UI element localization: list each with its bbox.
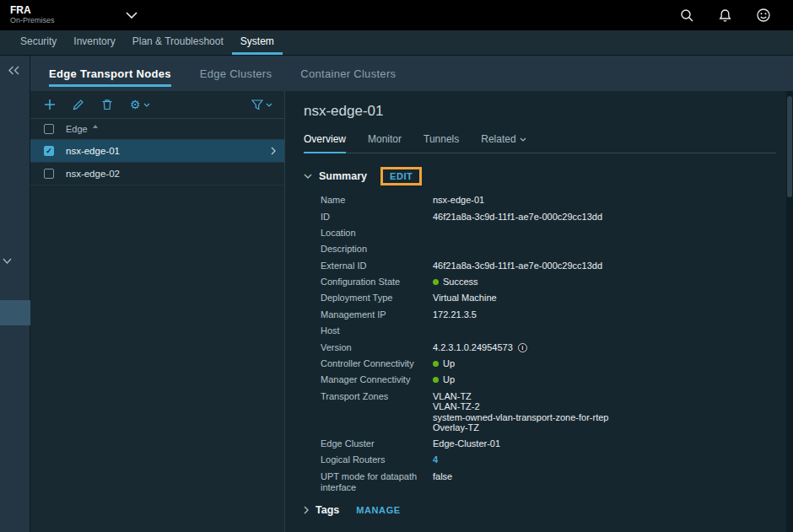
main-column: Edge Transport Nodes Edge Clusters Conta… <box>30 56 793 532</box>
info-icon[interactable]: i <box>518 343 527 352</box>
tab-monitor[interactable]: Monitor <box>368 133 402 153</box>
summary-section-header: Summary EDIT <box>304 167 776 185</box>
status-badge: Up <box>443 374 455 385</box>
field-controller-connectivity: Controller Connectivity Up <box>321 356 776 372</box>
tab-edge-clusters[interactable]: Edge Clusters <box>200 67 272 80</box>
edge-list-panel: ⚙ Edge <box>30 91 285 532</box>
detail-panel: nsx-edge-01 Overview Monitor Tunnels Rel… <box>285 91 786 532</box>
field-transport-zones: Transport Zones VLAN-TZ VLAN-TZ-2 system… <box>321 389 776 436</box>
page-title: nsx-edge-01 <box>304 103 776 120</box>
field-host: Host <box>321 323 776 339</box>
site-chevron-down-icon[interactable] <box>126 12 138 19</box>
rail-selected-item[interactable] <box>0 300 30 325</box>
field-manager-connectivity: Manager Connectivity Up <box>321 372 776 388</box>
workspace: Edge Transport Nodes Edge Clusters Conta… <box>0 56 793 532</box>
related-chevron-down-icon <box>520 137 526 142</box>
tags-section-header: Tags MANAGE <box>304 504 776 516</box>
field-configuration-state: Configuration State Success <box>321 274 776 290</box>
smiley-icon[interactable] <box>756 8 771 23</box>
field-upt-mode: UPT mode for datapath interface false <box>321 469 776 496</box>
edge-node-name: nsx-edge-02 <box>66 169 120 179</box>
tab-related[interactable]: Related <box>481 133 526 153</box>
search-icon[interactable] <box>680 8 694 23</box>
left-nav-rail <box>0 56 30 532</box>
list-toolbar: ⚙ <box>30 91 284 118</box>
edit-button[interactable]: EDIT <box>390 171 413 181</box>
tab-edge-transport-nodes[interactable]: Edge Transport Nodes <box>49 67 171 80</box>
top-bar: FRA On-Premises <box>0 0 793 30</box>
rail-chevron-down-icon[interactable] <box>3 258 12 264</box>
transport-zone: VLAN-TZ-2 <box>433 401 608 412</box>
add-icon[interactable] <box>44 99 56 110</box>
tags-chevron-right-icon[interactable] <box>304 506 309 514</box>
list-header-row: Edge <box>30 118 284 140</box>
field-id: ID 46f21a8a-3c9d-11f1-ae7e-000c29cc13dd <box>321 208 776 224</box>
annotation-highlight: EDIT <box>380 167 422 185</box>
settings-chevron-down-icon <box>143 103 150 107</box>
main-nav: Security Inventory Plan & Troubleshoot S… <box>0 30 793 56</box>
summary-heading: Summary <box>319 170 367 182</box>
collapse-panel-icon[interactable] <box>8 66 19 75</box>
field-location: Location <box>321 225 776 241</box>
nav-tab-security[interactable]: Security <box>12 30 65 55</box>
sort-icon <box>93 125 98 128</box>
status-badge: Success <box>443 277 478 287</box>
nav-tab-plan-troubleshoot[interactable]: Plan & Troubleshoot <box>124 30 232 55</box>
edit-icon[interactable] <box>73 99 84 110</box>
status-badge: Up <box>443 358 455 369</box>
tags-heading: Tags <box>316 504 339 516</box>
bell-icon[interactable] <box>718 8 732 23</box>
settings-icon[interactable]: ⚙ <box>130 99 150 110</box>
filter-chevron-down-icon <box>266 103 272 107</box>
transport-zone: Overlay-TZ <box>433 422 608 433</box>
content-area: ⚙ Edge <box>30 91 793 532</box>
summary-fields: Name nsx-edge-01 ID 46f21a8a-3c9d-11f1-a… <box>321 192 776 496</box>
vertical-scrollbar[interactable] <box>786 91 793 532</box>
logical-routers-link[interactable]: 4 <box>433 454 438 465</box>
nav-tab-system[interactable]: System <box>232 30 283 55</box>
field-version: Version 4.2.3.1.0.24954573 i <box>321 339 776 355</box>
summary-chevron-down-icon[interactable] <box>304 174 312 179</box>
success-status-dot <box>433 377 439 383</box>
transport-zone: system-owned-vlan-transport-zone-for-rte… <box>433 412 608 423</box>
column-header-edge[interactable]: Edge <box>66 124 88 134</box>
tab-container-clusters[interactable]: Container Clusters <box>300 67 396 80</box>
row-checkbox[interactable] <box>44 146 54 156</box>
tab-overview[interactable]: Overview <box>304 133 346 153</box>
manage-tags-button[interactable]: MANAGE <box>356 505 401 515</box>
site-environment: On-Premises <box>10 17 55 25</box>
site-name: FRA <box>10 5 55 16</box>
field-edge-cluster: Edge Cluster Edge-Cluster-01 <box>321 436 776 452</box>
list-item-nsx-edge-01[interactable]: nsx-edge-01 <box>30 140 284 163</box>
nav-tab-inventory[interactable]: Inventory <box>65 30 123 55</box>
select-all-checkbox[interactable] <box>44 124 54 134</box>
tab-tunnels[interactable]: Tunnels <box>423 133 459 153</box>
row-chevron-right-icon[interactable] <box>271 147 284 155</box>
list-item-nsx-edge-02[interactable]: nsx-edge-02 <box>30 163 284 185</box>
field-deployment-type: Deployment Type Virtual Machine <box>321 290 776 306</box>
row-checkbox[interactable] <box>44 169 54 179</box>
scrollbar-thumb[interactable] <box>787 96 792 197</box>
field-name: Name nsx-edge-01 <box>321 192 776 208</box>
filter-icon[interactable] <box>251 99 272 110</box>
edge-node-name: nsx-edge-01 <box>66 146 120 156</box>
site-brand: FRA On-Premises <box>0 5 55 24</box>
field-management-ip: Management IP 172.21.3.5 <box>321 307 776 323</box>
success-status-dot <box>433 279 439 285</box>
delete-icon[interactable] <box>101 99 113 110</box>
field-external-id: External ID 46f21a8a-3c9d-11f1-ae7e-000c… <box>321 258 776 274</box>
field-description: Description <box>321 241 776 257</box>
field-logical-routers: Logical Routers 4 <box>321 452 776 468</box>
sub-nav: Edge Transport Nodes Edge Clusters Conta… <box>30 56 793 91</box>
transport-zone: VLAN-TZ <box>433 391 608 402</box>
topbar-icon-group <box>680 8 793 23</box>
detail-tabs: Overview Monitor Tunnels Related <box>304 133 776 153</box>
success-status-dot <box>433 361 439 367</box>
